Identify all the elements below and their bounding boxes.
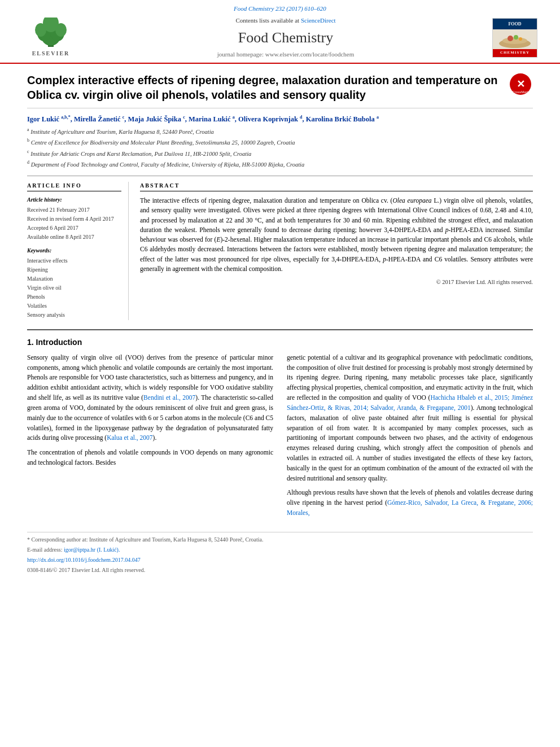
logo-image-area — [493, 29, 537, 49]
keyword-6: Volatiles — [27, 302, 121, 310]
corresponding-note: * Corresponding author at: Institute of … — [27, 536, 533, 544]
email-note: E-mail address: igor@iptpa.hr (I. Lukić)… — [27, 546, 533, 554]
keywords-heading: Keywords: — [27, 247, 121, 255]
keyword-2: Ripening — [27, 266, 121, 274]
introduction-section: 1. Introduction Sensory quality of virgi… — [27, 329, 533, 523]
intro-para-1: Sensory quality of virgin olive oil (VOO… — [27, 353, 273, 443]
affiliation-d: d Department of Food Technology and Cont… — [27, 159, 533, 169]
header-center: Contents lists available at ScienceDirec… — [79, 16, 492, 59]
intro-para-4: Although previous results have shown tha… — [287, 488, 533, 518]
affiliation-c: c Institute for Adriatic Crops and Karst… — [27, 148, 533, 158]
keyword-1: Interactive effects — [27, 257, 121, 265]
intro-left-col: Sensory quality of virgin olive oil (VOO… — [27, 353, 273, 523]
svg-text:CrossMark: CrossMark — [512, 90, 529, 94]
section-heading: 1. Introduction — [27, 337, 533, 348]
food-chemistry-logo: FOOD CHEMISTRY — [492, 18, 537, 58]
journal-header: Food Chemistry 232 (2017) 610–620 ELSEVI… — [0, 0, 560, 64]
email-label: E-mail address: — [27, 547, 62, 553]
logo-chemistry-word: CHEMISTRY — [500, 50, 530, 55]
ref-bendini[interactable]: Bendini et al., 2007 — [143, 394, 195, 401]
intro-para-2: The concentration of phenols and volatil… — [27, 448, 273, 468]
abstract-heading: ABSTRACT — [140, 182, 533, 191]
intro-para-3: genetic potential of a cultivar and its … — [287, 353, 533, 484]
doi-link[interactable]: http://dx.doi.org/10.1016/j.foodchem.201… — [27, 557, 141, 563]
copyright-notice: © 2017 Elsevier Ltd. All rights reserved… — [140, 278, 533, 287]
svg-point-9 — [508, 36, 513, 41]
logo-top-text: FOOD — [493, 19, 537, 29]
logo-bottom-text: CHEMISTRY — [493, 49, 537, 57]
section-number: 1. — [27, 338, 34, 347]
article-info-abstract: ARTICLE INFO Article history: Received 2… — [27, 176, 533, 320]
crossmark-badge: ✕ CrossMark — [508, 73, 533, 95]
history-heading: Article history: — [27, 196, 121, 204]
keyword-5: Phenols — [27, 293, 121, 301]
keyword-7: Sensory analysis — [27, 311, 121, 319]
svg-point-11 — [519, 37, 522, 41]
intro-right-col: genetic potential of a cultivar and its … — [287, 353, 533, 523]
section-title: Introduction — [36, 338, 82, 347]
corresponding-text: * Corresponding author at: Institute of … — [27, 536, 263, 543]
history-online: Available online 8 April 2017 — [27, 233, 121, 241]
sciencedirect-link[interactable]: ScienceDirect — [301, 17, 336, 24]
logo-dish-icon — [498, 29, 532, 49]
journal-title: Food Chemistry — [79, 28, 492, 48]
affiliation-b: b Centre of Excellence for Biodiversity … — [27, 137, 533, 147]
ref-hachicha[interactable]: Hachicha Hbaleb et al., 2015; Jiménez Sá… — [287, 394, 533, 411]
affiliation-a: a Institute of Agriculture and Tourism, … — [27, 126, 533, 136]
keyword-4: Virgin olive oil — [27, 284, 121, 292]
abstract-text: The interactive effects of ripening degr… — [140, 196, 533, 274]
left-column: ARTICLE INFO Article history: Received 2… — [27, 182, 129, 320]
svg-point-10 — [514, 35, 518, 40]
svg-text:✕: ✕ — [516, 78, 524, 90]
doi-note: http://dx.doi.org/10.1016/j.foodchem.201… — [27, 556, 533, 564]
elsevier-brand-text: ELSEVIER — [32, 50, 70, 58]
issn-text: 0308-8146/© 2017 Elsevier Ltd. All right… — [27, 566, 533, 574]
elsevier-tree-icon — [28, 18, 73, 49]
journal-homepage: journal homepage: www.elsevier.com/locat… — [79, 50, 492, 59]
authors-list: Igor Lukić a,b,*, Mirella Žanetić c, Maj… — [27, 114, 533, 125]
history-accepted: Accepted 6 April 2017 — [27, 224, 121, 232]
page-footer: * Corresponding author at: Institute of … — [27, 532, 533, 574]
article-body: Complex interactive effects of ripening … — [0, 64, 560, 586]
history-received: Received 21 February 2017 — [27, 206, 121, 214]
authors-section: Igor Lukić a,b,*, Mirella Žanetić c, Maj… — [27, 114, 533, 169]
intro-two-col: Sensory quality of virgin olive oil (VOO… — [27, 353, 533, 523]
history-revised: Received in revised form 4 April 2017 — [27, 215, 121, 223]
journal-reference: Food Chemistry 232 (2017) 610–620 — [23, 5, 537, 13]
keywords-section: Keywords: Interactive effects Ripening M… — [27, 247, 121, 319]
right-column: ABSTRACT The interactive effects of ripe… — [140, 182, 533, 320]
crossmark-icon: ✕ CrossMark — [509, 73, 532, 95]
logo-food-word: FOOD — [508, 21, 521, 27]
keyword-3: Malaxation — [27, 275, 121, 283]
article-title: Complex interactive effects of ripening … — [27, 73, 502, 102]
ref-gomez[interactable]: Gómez-Rico, Salvador, La Greca, & Fregat… — [287, 499, 533, 516]
title-section: Complex interactive effects of ripening … — [27, 73, 533, 108]
contents-text: Contents lists available at — [235, 17, 299, 24]
article-info-heading: ARTICLE INFO — [27, 182, 121, 191]
article-history: Article history: Received 21 February 20… — [27, 196, 121, 241]
elsevier-logo: ELSEVIER — [23, 18, 79, 58]
author-email[interactable]: igor@iptpa.hr (I. Lukić). — [64, 547, 120, 553]
sciencedirect-line: Contents lists available at ScienceDirec… — [79, 16, 492, 25]
ref-kalua[interactable]: Kalua et al., 2007 — [107, 434, 152, 441]
affiliations: a Institute of Agriculture and Tourism, … — [27, 126, 533, 169]
